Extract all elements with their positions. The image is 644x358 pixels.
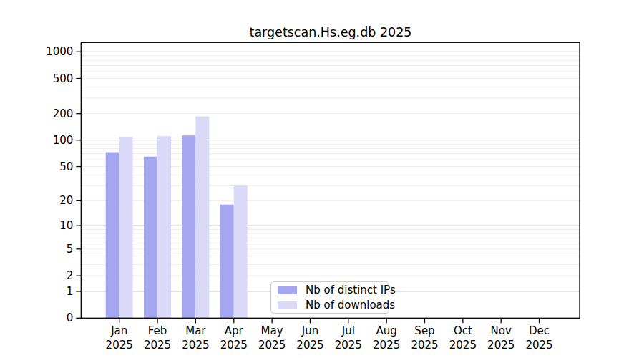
- legend-item-distinct-ips: Nb of distinct IPs: [278, 284, 382, 296]
- svg-text:Jul: Jul: [341, 324, 355, 337]
- svg-text:2025: 2025: [144, 339, 171, 352]
- svg-text:Mar: Mar: [185, 324, 206, 337]
- svg-text:Feb: Feb: [148, 324, 167, 337]
- svg-text:Jun: Jun: [301, 324, 318, 337]
- svg-text:May: May: [261, 324, 283, 337]
- svg-text:20: 20: [59, 194, 73, 207]
- svg-text:Jan: Jan: [110, 324, 127, 337]
- svg-text:2025: 2025: [373, 339, 400, 352]
- svg-text:10: 10: [59, 219, 73, 232]
- svg-text:Oct: Oct: [454, 324, 472, 337]
- legend: Nb of distinct IPs Nb of downloads: [270, 281, 389, 314]
- svg-text:2025: 2025: [525, 339, 552, 352]
- svg-text:2: 2: [67, 269, 74, 282]
- svg-text:Sep: Sep: [414, 324, 434, 337]
- svg-text:Aug: Aug: [376, 324, 397, 337]
- svg-text:Dec: Dec: [529, 324, 550, 337]
- svg-text:0: 0: [67, 311, 74, 324]
- legend-label-downloads: Nb of downloads: [306, 299, 395, 311]
- svg-text:1: 1: [67, 285, 74, 298]
- svg-text:200: 200: [53, 107, 74, 120]
- svg-text:Apr: Apr: [225, 324, 244, 337]
- svg-text:2025: 2025: [335, 339, 362, 352]
- svg-text:1000: 1000: [46, 45, 73, 58]
- chart-title: targetscan.Hs.eg.db 2025: [81, 25, 580, 39]
- svg-text:2025: 2025: [449, 339, 477, 352]
- svg-text:500: 500: [53, 72, 74, 85]
- svg-text:2025: 2025: [258, 339, 286, 352]
- svg-text:2025: 2025: [220, 339, 248, 352]
- svg-text:2025: 2025: [411, 339, 438, 352]
- download-stats-figure: 01251020501002005001000Jan2025Feb2025Mar…: [0, 0, 644, 358]
- legend-label-distinct-ips: Nb of distinct IPs: [306, 284, 396, 296]
- legend-item-downloads: Nb of downloads: [278, 299, 382, 311]
- svg-text:2025: 2025: [487, 339, 514, 352]
- legend-swatch-downloads-icon: [278, 301, 297, 309]
- svg-text:50: 50: [59, 160, 73, 173]
- svg-text:5: 5: [67, 243, 74, 256]
- svg-text:Nov: Nov: [491, 324, 512, 337]
- svg-text:2025: 2025: [182, 339, 209, 352]
- svg-text:2025: 2025: [296, 339, 323, 352]
- svg-text:2025: 2025: [106, 339, 133, 352]
- svg-text:100: 100: [53, 134, 74, 147]
- legend-swatch-distinct-ips-icon: [278, 286, 297, 294]
